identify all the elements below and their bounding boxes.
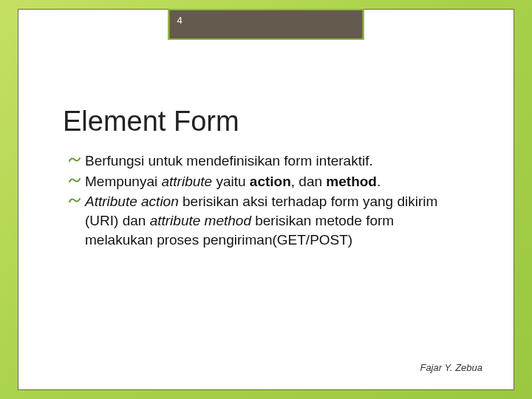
bullet-item: Berfungsi untuk mendefinisikan form inte… <box>69 151 454 171</box>
footer-author: Fajar Y. Zebua <box>420 362 482 373</box>
bullet-item: Mempunyai attribute yaitu action, dan me… <box>69 172 454 191</box>
wave-bullet-icon <box>69 195 81 205</box>
wave-bullet-icon <box>69 154 81 165</box>
page-number: 4 <box>177 15 183 26</box>
bullet-text: Berfungsi untuk mendefinisikan form inte… <box>85 153 373 168</box>
slide-frame: 4 Element Form Berfungsi untuk mendefini… <box>18 9 514 390</box>
bullet-text: Attribute action berisikan aksi terhadap… <box>85 194 437 247</box>
bullet-text: Mempunyai attribute yaitu action, dan me… <box>85 174 381 189</box>
page-number-box: 4 <box>168 9 364 40</box>
bullet-item: Attribute action berisikan aksi terhadap… <box>69 192 454 249</box>
wave-bullet-icon <box>69 175 81 185</box>
slide-title: Element Form <box>63 106 239 137</box>
slide-content: Berfungsi untuk mendefinisikan form inte… <box>69 151 454 250</box>
